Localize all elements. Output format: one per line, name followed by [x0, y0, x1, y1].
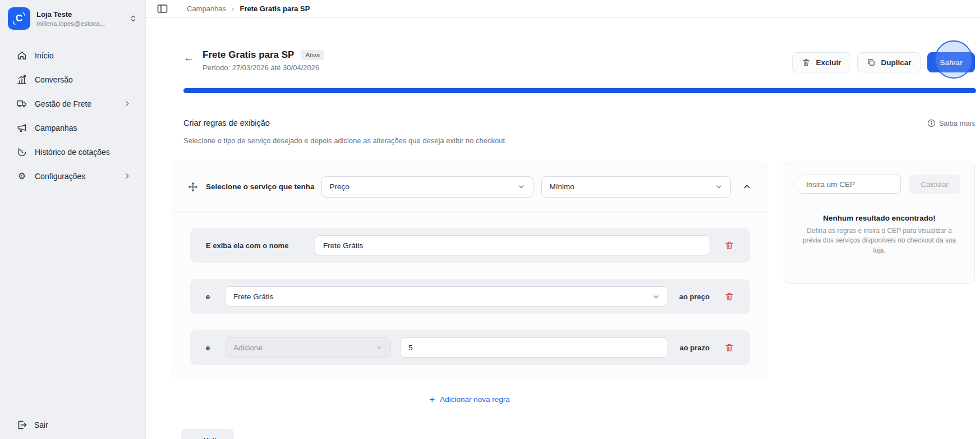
sidebar-toggle-icon[interactable]	[157, 4, 168, 13]
sidebar-item-label: Campanhas	[35, 124, 77, 132]
sidebar-item-campanhas[interactable]: Campanhas	[0, 116, 145, 140]
rule-row-name: E exiba ela com o nome	[190, 228, 750, 263]
sidebar-item-configuracoes[interactable]: ⚙ Configurações	[0, 164, 145, 188]
account-switcher[interactable]: C Loja Teste millena.lopes@estoca...	[0, 0, 145, 30]
logo-arc-decoration	[8, 7, 30, 30]
save-button[interactable]: Salvar	[927, 52, 975, 72]
rule-card-header: Selecione o serviço que tenha Preço Míni…	[172, 162, 767, 212]
progress-bar	[183, 88, 976, 93]
collapse-chevron-icon[interactable]	[743, 182, 751, 191]
sidebar: C Loja Teste millena.lopes@estoca... Iní…	[0, 0, 146, 439]
chevron-down-icon	[376, 344, 383, 351]
sidebar-item-gestao-de-frete[interactable]: Gestão de Frete	[0, 92, 145, 116]
trash-icon	[802, 58, 811, 67]
rule-name-input[interactable]	[315, 235, 710, 255]
gear-icon: ⚙	[17, 171, 27, 181]
sidebar-item-label: Início	[35, 51, 53, 60]
back-arrow-icon[interactable]: ←	[183, 52, 194, 72]
sidebar-item-inicio[interactable]: Início	[0, 43, 145, 67]
deadline-operation-select[interactable]: Adicione	[225, 337, 391, 358]
section-subtitle: Selecione o tipo de serviço desejado e d…	[183, 136, 507, 145]
rule-name-label: E exiba ela com o nome	[206, 241, 306, 250]
learn-more-label: Saiba mais	[939, 119, 975, 127]
trash-icon	[724, 342, 734, 353]
chevron-down-icon	[715, 183, 723, 190]
chevron-right-icon	[123, 100, 131, 107]
breadcrumb-campanhas[interactable]: Campanhas	[187, 4, 226, 13]
condition-value: Mínimo	[550, 182, 574, 191]
rule-row-deadline: e Adicione ao prazo	[190, 330, 750, 365]
save-label: Salvar	[940, 58, 963, 67]
trash-icon	[724, 240, 734, 250]
page-title: Frete Gratis para SP	[203, 49, 294, 61]
delete-rule-row-button[interactable]	[724, 240, 734, 250]
status-badge: Ativa	[301, 50, 324, 60]
chevron-right-icon	[123, 172, 131, 180]
drag-handle-icon[interactable]	[188, 182, 198, 192]
sidebar-item-conversao[interactable]: Conversão	[0, 67, 145, 92]
info-icon	[927, 119, 936, 127]
megaphone-icon	[17, 123, 27, 133]
add-rule-label: Adicionar nova regra	[440, 395, 510, 404]
deadline-suffix-label: ao prazo	[680, 344, 710, 352]
price-service-value: Frete Grátis	[233, 292, 273, 301]
deadline-operation-placeholder: Adicione	[233, 344, 263, 352]
rule-card: Selecione o serviço que tenha Preço Míni…	[172, 162, 767, 377]
duplicate-button[interactable]: Duplicar	[857, 52, 921, 72]
back-arrow-icon: ←	[191, 436, 199, 439]
up-down-chevron-icon[interactable]	[129, 13, 137, 24]
breadcrumb-current: Frete Gratis para SP	[240, 4, 310, 13]
service-type-select[interactable]: Preço	[321, 176, 533, 198]
store-name: Loja Teste	[36, 10, 123, 19]
duplicate-label: Duplicar	[881, 58, 911, 67]
truck-icon	[17, 99, 27, 109]
sign-out-icon	[17, 420, 27, 430]
page-header: ← Frete Gratis para SP Ativa Período: 27…	[183, 49, 324, 72]
sidebar-item-label: Histórico de cotações	[35, 148, 110, 157]
rule-and-label: e	[206, 344, 213, 352]
price-service-select[interactable]: Frete Grátis	[225, 286, 668, 307]
store-logo: C	[8, 7, 30, 30]
add-rule-button[interactable]: + Adicionar nova regra	[172, 395, 767, 404]
rule-and-label: e	[206, 292, 213, 301]
chevron-down-icon	[518, 183, 525, 190]
chevron-down-icon	[652, 293, 660, 300]
price-suffix-label: ao preço	[679, 292, 710, 301]
service-condition-label: Selecione o serviço que tenha	[206, 182, 315, 191]
topbar: Campanhas › Frete Gratis para SP	[146, 0, 980, 18]
voltar-label: Voltar	[204, 436, 224, 439]
section-title: Criar regras de exibição	[183, 118, 270, 127]
sidebar-item-label: Gestão de Frete	[35, 99, 91, 108]
plus-icon: +	[429, 395, 435, 404]
deadline-value-input[interactable]	[400, 337, 668, 358]
campaign-period: Período: 27/03/2026 até 30/04/2026	[203, 63, 324, 72]
delete-label: Excluir	[816, 58, 841, 67]
delete-rule-row-button[interactable]	[724, 342, 734, 353]
conversion-chart-icon	[17, 75, 27, 85]
header-actions: Excluir Duplicar Salvar	[792, 52, 975, 72]
cep-input[interactable]	[798, 175, 901, 194]
empty-state-title: Nenhum resultado encontrado!	[798, 214, 961, 222]
sidebar-menu: Início Conversão Gestão de Frete Campanh…	[0, 43, 145, 188]
home-icon	[17, 51, 27, 61]
copy-icon	[867, 58, 876, 67]
rule-row-price: e Frete Grátis ao preço	[190, 279, 750, 314]
sidebar-item-label: Conversão	[35, 75, 73, 84]
account-email: millena.lopes@estoca...	[36, 20, 123, 27]
logout-label: Sair	[34, 420, 48, 429]
voltar-button[interactable]: ← Voltar	[181, 429, 234, 439]
service-type-value: Preço	[330, 182, 349, 191]
delete-button[interactable]: Excluir	[792, 52, 850, 72]
history-clock-icon	[17, 147, 27, 157]
condition-select[interactable]: Mínimo	[541, 176, 731, 198]
trash-icon	[724, 291, 734, 301]
checkout-preview-panel: Calcular Nenhum resultado encontrado! De…	[784, 162, 975, 284]
learn-more-link[interactable]: Saiba mais	[927, 119, 975, 127]
delete-rule-row-button[interactable]	[724, 291, 734, 301]
calculate-button[interactable]: Calcular	[909, 175, 960, 194]
sidebar-item-label: Configurações	[35, 172, 85, 181]
empty-state-description: Defina as regras e insira o CEP para vis…	[798, 226, 961, 255]
breadcrumb-chevron-icon: ›	[232, 4, 234, 13]
sidebar-item-historico-de-cotacoes[interactable]: Histórico de cotações	[0, 140, 145, 164]
logout-button[interactable]: Sair	[17, 420, 48, 430]
